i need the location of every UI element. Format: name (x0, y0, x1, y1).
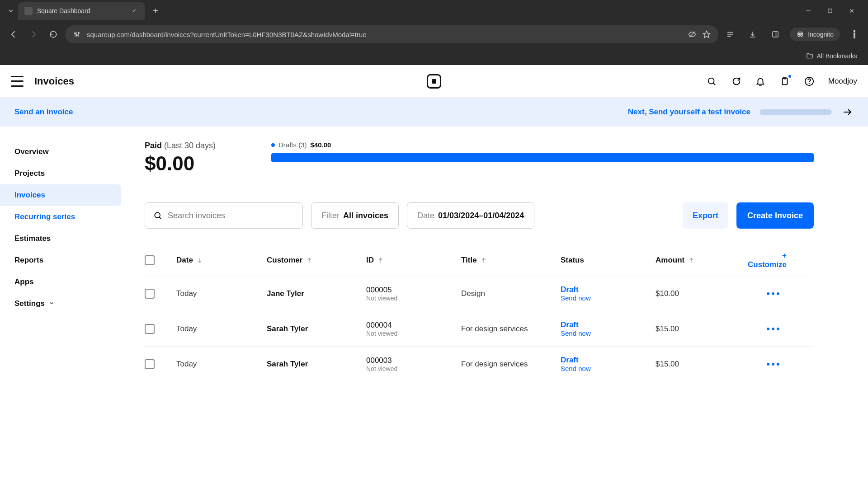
table-row[interactable]: Today Sarah Tyler 000003 Not viewed For … (145, 346, 814, 381)
col-customer[interactable]: Customer (267, 256, 366, 265)
date-pill[interactable]: Date 01/03/2024–01/04/2024 (407, 202, 534, 229)
cell-title: For design services (461, 324, 561, 333)
select-all-checkbox[interactable] (145, 255, 155, 265)
banner-progress (760, 109, 832, 115)
banner-title[interactable]: Send an invoice (14, 108, 73, 117)
app-body: Overview Projects Invoices Recurring ser… (0, 127, 868, 381)
cell-date: Today (176, 360, 267, 369)
paid-label: Paid (145, 141, 162, 150)
col-title[interactable]: Title (461, 256, 561, 265)
table-header: Date Customer ID Title (145, 245, 814, 276)
svg-rect-3 (828, 9, 832, 13)
search-input[interactable] (168, 211, 294, 221)
table-row[interactable]: Today Sarah Tyler 000004 Not viewed For … (145, 311, 814, 346)
square-logo-inner (432, 79, 436, 84)
arrow-right-icon[interactable] (841, 106, 854, 118)
cell-id-number: 000003 (366, 356, 461, 365)
minimize-icon[interactable] (803, 5, 814, 16)
chat-icon[interactable] (731, 76, 741, 87)
cell-id: 000003 Not viewed (366, 356, 461, 372)
sidebar-item-overview[interactable]: Overview (0, 141, 127, 163)
sidebar-label: Settings (14, 299, 45, 308)
arrow-up-icon (687, 256, 695, 264)
media-icon[interactable] (722, 26, 738, 42)
sidebar-item-settings[interactable]: Settings (0, 293, 127, 314)
star-icon[interactable] (702, 30, 711, 39)
row-checkbox[interactable] (145, 289, 155, 299)
search-box[interactable] (145, 202, 303, 229)
browser-tab[interactable]: Square Dashboard (18, 2, 145, 20)
reload-button[interactable] (45, 26, 61, 42)
square-logo-icon[interactable] (427, 74, 441, 89)
more-actions-icon[interactable] (746, 363, 787, 366)
col-status[interactable]: Status (561, 256, 656, 265)
sidebar-item-apps[interactable]: Apps (0, 271, 127, 293)
eye-off-icon[interactable] (688, 30, 697, 39)
status-badge: Draft (561, 356, 656, 365)
send-now-link[interactable]: Send now (561, 365, 656, 372)
bell-icon[interactable] (755, 76, 766, 87)
new-tab-button[interactable]: + (148, 4, 163, 18)
help-icon[interactable] (804, 76, 815, 87)
filter-label: Filter (321, 211, 340, 221)
close-icon[interactable] (130, 7, 138, 15)
send-now-link[interactable]: Send now (561, 294, 656, 302)
kebab-menu-icon[interactable] (846, 26, 863, 42)
col-amount[interactable]: Amount (656, 256, 746, 265)
sidebar-label: Invoices (14, 191, 45, 200)
incognito-indicator[interactable]: Incognito (790, 28, 840, 41)
sidebar-label: Projects (14, 169, 45, 178)
maximize-icon[interactable] (825, 5, 835, 16)
close-window-icon[interactable] (846, 5, 857, 16)
sidebar-item-reports[interactable]: Reports (0, 249, 127, 271)
sidebar-label: Reports (14, 256, 43, 265)
svg-marker-13 (703, 31, 710, 38)
tab-search-chevron[interactable] (4, 4, 18, 18)
col-date[interactable]: Date (176, 256, 267, 265)
sidebar-label: Recurring series (14, 212, 75, 221)
stats-row: Paid (Last 30 days) $0.00 Drafts (3) $40… (145, 141, 814, 186)
svg-point-9 (75, 33, 76, 34)
cell-customer: Sarah Tyler (267, 360, 366, 369)
row-checkbox[interactable] (145, 324, 155, 334)
filter-value: All invoices (343, 211, 388, 221)
sidebar-item-projects[interactable]: Projects (0, 163, 127, 184)
notification-dot (788, 74, 792, 79)
svg-point-24 (854, 33, 855, 35)
all-bookmarks-link[interactable]: All Bookmarks (817, 52, 857, 60)
hamburger-icon[interactable] (11, 76, 24, 87)
user-menu[interactable]: Moodjoy (828, 77, 857, 86)
chevron-down-icon (48, 300, 55, 308)
more-actions-icon[interactable] (746, 292, 787, 295)
back-button[interactable] (5, 26, 22, 42)
send-now-link[interactable]: Send now (561, 329, 656, 337)
sidebar-label: Overview (14, 147, 49, 156)
invoice-table: Date Customer ID Title (145, 245, 814, 381)
sidebar-item-recurring-series[interactable]: Recurring series (0, 206, 127, 228)
search-icon[interactable] (706, 76, 717, 87)
tab-bar: Square Dashboard + (0, 0, 868, 22)
more-actions-icon[interactable] (746, 328, 787, 330)
col-id[interactable]: ID (366, 256, 461, 265)
customize-columns-button[interactable]: + Customize (746, 251, 787, 269)
url-box[interactable]: squareup.com/dashboard/invoices?currentU… (65, 25, 718, 43)
date-label: Date (417, 211, 434, 221)
cell-amount: $15.00 (656, 360, 746, 369)
svg-point-33 (155, 212, 160, 218)
paid-amount: $0.00 (145, 152, 253, 175)
toolbar-right: Incognito (722, 26, 863, 42)
site-settings-icon[interactable] (72, 30, 81, 39)
clipboard-icon[interactable] (779, 76, 790, 87)
downloads-icon[interactable] (745, 26, 761, 42)
svg-point-21 (798, 34, 800, 37)
row-checkbox[interactable] (145, 359, 155, 369)
sidebar-item-estimates[interactable]: Estimates (0, 228, 127, 249)
sidepanel-icon[interactable] (767, 26, 783, 42)
forward-button[interactable] (25, 26, 42, 42)
export-button[interactable]: Export (683, 202, 728, 229)
table-row[interactable]: Today Jane Tyler 000005 Not viewed Desig… (145, 276, 814, 311)
create-invoice-button[interactable]: Create Invoice (736, 202, 814, 229)
cell-id-sub: Not viewed (366, 295, 461, 302)
sidebar-item-invoices[interactable]: Invoices (0, 184, 121, 206)
filter-pill[interactable]: Filter All invoices (311, 202, 399, 229)
